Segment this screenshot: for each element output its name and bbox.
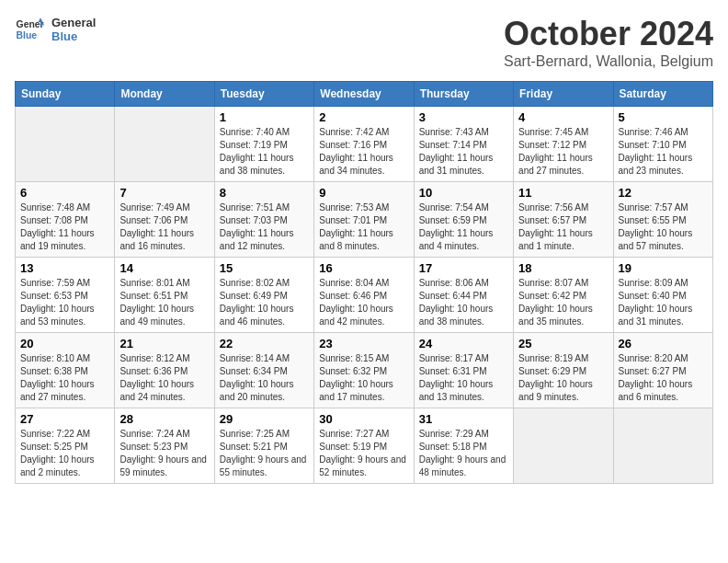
day-number: 6 [20,186,109,200]
day-number: 19 [619,261,708,275]
day-info: Sunrise: 8:09 AM Sunset: 6:40 PM Dayligh… [619,277,708,328]
calendar-week-row: 6Sunrise: 7:48 AM Sunset: 7:08 PM Daylig… [16,182,713,258]
calendar-cell [115,107,214,182]
calendar-cell: 7Sunrise: 7:49 AM Sunset: 7:06 PM Daylig… [115,182,214,258]
calendar-cell: 14Sunrise: 8:01 AM Sunset: 6:51 PM Dayli… [115,258,214,333]
day-number: 14 [119,261,209,275]
day-info: Sunrise: 7:57 AM Sunset: 6:55 PM Dayligh… [619,201,708,253]
day-number: 21 [119,337,209,350]
day-info: Sunrise: 7:29 AM Sunset: 5:18 PM Dayligh… [419,428,508,479]
calendar-cell [514,408,613,484]
calendar-cell: 31Sunrise: 7:29 AM Sunset: 5:18 PM Dayli… [414,408,513,484]
day-number: 16 [319,261,408,275]
calendar-cell: 11Sunrise: 7:56 AM Sunset: 6:57 PM Dayli… [514,182,613,258]
weekday-header-monday: Monday [115,82,214,107]
weekday-header-row: SundayMondayTuesdayWednesdayThursdayFrid… [16,82,713,107]
calendar-cell: 1Sunrise: 7:40 AM Sunset: 7:19 PM Daylig… [214,107,313,182]
day-number: 9 [319,186,408,200]
day-info: Sunrise: 8:04 AM Sunset: 6:46 PM Dayligh… [319,277,408,328]
day-info: Sunrise: 7:53 AM Sunset: 7:01 PM Dayligh… [319,201,408,253]
day-number: 10 [419,186,508,200]
day-info: Sunrise: 7:25 AM Sunset: 5:21 PM Dayligh… [220,428,309,479]
calendar-cell: 25Sunrise: 8:19 AM Sunset: 6:29 PM Dayli… [514,333,613,408]
day-info: Sunrise: 7:54 AM Sunset: 6:59 PM Dayligh… [419,201,508,253]
weekday-header-tuesday: Tuesday [214,82,313,107]
day-info: Sunrise: 8:19 AM Sunset: 6:29 PM Dayligh… [518,352,608,404]
calendar-cell: 17Sunrise: 8:06 AM Sunset: 6:44 PM Dayli… [414,258,513,333]
calendar-week-row: 20Sunrise: 8:10 AM Sunset: 6:38 PM Dayli… [16,333,713,408]
day-info: Sunrise: 8:14 AM Sunset: 6:34 PM Dayligh… [220,352,309,404]
day-number: 15 [220,261,309,275]
day-number: 23 [319,337,408,350]
weekday-header-saturday: Saturday [613,82,712,107]
calendar-cell: 23Sunrise: 8:15 AM Sunset: 6:32 PM Dayli… [314,333,414,408]
svg-text:Blue: Blue [17,30,38,40]
calendar-cell: 16Sunrise: 8:04 AM Sunset: 6:46 PM Dayli… [314,258,414,333]
day-number: 20 [20,337,109,350]
day-info: Sunrise: 7:24 AM Sunset: 5:23 PM Dayligh… [119,428,209,479]
calendar-cell: 18Sunrise: 8:07 AM Sunset: 6:42 PM Dayli… [514,258,613,333]
day-number: 12 [619,186,708,200]
month-title: October 2024 [504,15,713,53]
calendar-cell: 2Sunrise: 7:42 AM Sunset: 7:16 PM Daylig… [314,107,414,182]
day-number: 13 [20,261,109,275]
calendar-cell: 9Sunrise: 7:53 AM Sunset: 7:01 PM Daylig… [314,182,414,258]
day-info: Sunrise: 8:06 AM Sunset: 6:44 PM Dayligh… [419,277,508,328]
calendar-cell: 29Sunrise: 7:25 AM Sunset: 5:21 PM Dayli… [214,408,313,484]
calendar-cell: 27Sunrise: 7:22 AM Sunset: 5:25 PM Dayli… [16,408,115,484]
title-area: October 2024 Sart-Bernard, Wallonia, Bel… [504,15,713,70]
day-info: Sunrise: 8:10 AM Sunset: 6:38 PM Dayligh… [20,352,109,404]
day-number: 29 [220,412,309,426]
calendar-week-row: 13Sunrise: 7:59 AM Sunset: 6:53 PM Dayli… [16,258,713,333]
calendar-cell: 10Sunrise: 7:54 AM Sunset: 6:59 PM Dayli… [414,182,513,258]
logo: General Blue General Blue [15,15,96,44]
calendar-week-row: 27Sunrise: 7:22 AM Sunset: 5:25 PM Dayli… [16,408,713,484]
calendar-cell: 26Sunrise: 8:20 AM Sunset: 6:27 PM Dayli… [613,333,712,408]
calendar-week-row: 1Sunrise: 7:40 AM Sunset: 7:19 PM Daylig… [16,107,713,182]
day-number: 28 [119,412,209,426]
calendar-cell: 15Sunrise: 8:02 AM Sunset: 6:49 PM Dayli… [214,258,313,333]
day-info: Sunrise: 7:56 AM Sunset: 6:57 PM Dayligh… [518,201,608,253]
day-info: Sunrise: 8:20 AM Sunset: 6:27 PM Dayligh… [619,352,708,404]
calendar-cell: 22Sunrise: 8:14 AM Sunset: 6:34 PM Dayli… [214,333,313,408]
weekday-header-thursday: Thursday [414,82,513,107]
day-info: Sunrise: 7:45 AM Sunset: 7:12 PM Dayligh… [518,126,608,178]
calendar-cell: 20Sunrise: 8:10 AM Sunset: 6:38 PM Dayli… [16,333,115,408]
day-number: 25 [518,337,608,350]
day-info: Sunrise: 8:01 AM Sunset: 6:51 PM Dayligh… [119,277,209,328]
day-info: Sunrise: 8:02 AM Sunset: 6:49 PM Dayligh… [220,277,309,328]
day-number: 8 [220,186,309,200]
day-info: Sunrise: 7:49 AM Sunset: 7:06 PM Dayligh… [119,201,209,253]
weekday-header-wednesday: Wednesday [314,82,414,107]
calendar-table: SundayMondayTuesdayWednesdayThursdayFrid… [15,81,713,484]
day-info: Sunrise: 8:12 AM Sunset: 6:36 PM Dayligh… [119,352,209,404]
day-number: 17 [419,261,508,275]
calendar-cell: 13Sunrise: 7:59 AM Sunset: 6:53 PM Dayli… [16,258,115,333]
day-number: 27 [20,412,109,426]
day-info: Sunrise: 7:40 AM Sunset: 7:19 PM Dayligh… [220,126,309,178]
calendar-cell: 24Sunrise: 8:17 AM Sunset: 6:31 PM Dayli… [414,333,513,408]
calendar-cell: 19Sunrise: 8:09 AM Sunset: 6:40 PM Dayli… [613,258,712,333]
header: General Blue General Blue October 2024 S… [15,15,713,70]
day-number: 1 [220,110,309,124]
calendar-cell: 12Sunrise: 7:57 AM Sunset: 6:55 PM Dayli… [613,182,712,258]
day-number: 30 [319,412,408,426]
day-info: Sunrise: 7:43 AM Sunset: 7:14 PM Dayligh… [419,126,508,178]
day-info: Sunrise: 7:46 AM Sunset: 7:10 PM Dayligh… [619,126,708,178]
day-info: Sunrise: 8:07 AM Sunset: 6:42 PM Dayligh… [518,277,608,328]
day-number: 11 [518,186,608,200]
day-number: 4 [518,110,608,124]
day-info: Sunrise: 7:27 AM Sunset: 5:19 PM Dayligh… [319,428,408,479]
logo-icon: General Blue [15,15,44,44]
day-number: 22 [220,337,309,350]
location-title: Sart-Bernard, Wallonia, Belgium [504,53,713,70]
day-info: Sunrise: 7:48 AM Sunset: 7:08 PM Dayligh… [20,201,109,253]
logo-general: General [51,16,96,29]
weekday-header-friday: Friday [514,82,613,107]
day-info: Sunrise: 7:42 AM Sunset: 7:16 PM Dayligh… [319,126,408,178]
calendar-cell: 28Sunrise: 7:24 AM Sunset: 5:23 PM Dayli… [115,408,214,484]
day-number: 18 [518,261,608,275]
day-info: Sunrise: 7:22 AM Sunset: 5:25 PM Dayligh… [20,428,109,479]
day-number: 3 [419,110,508,124]
calendar-cell: 6Sunrise: 7:48 AM Sunset: 7:08 PM Daylig… [16,182,115,258]
